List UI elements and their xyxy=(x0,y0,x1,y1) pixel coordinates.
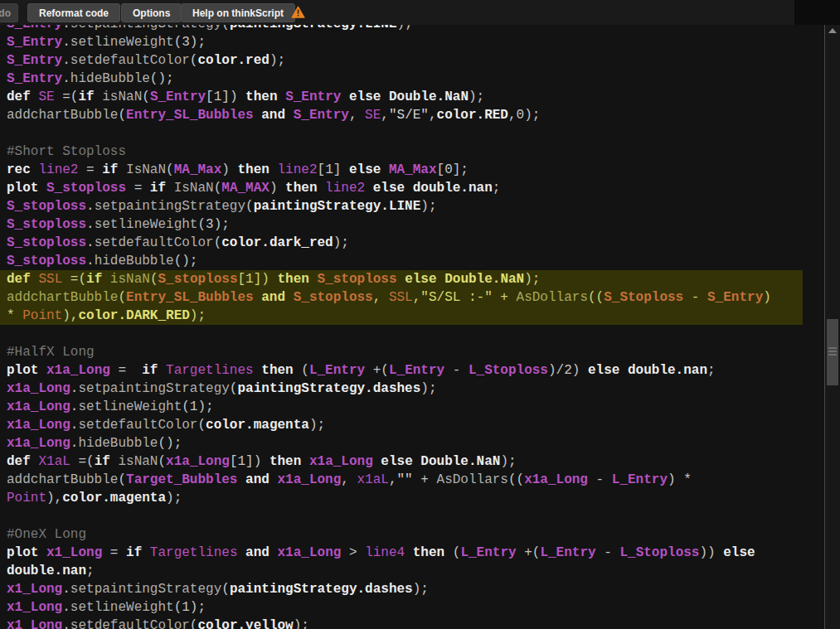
code-line-7 xyxy=(0,124,803,143)
code-line-29: #OneX Long xyxy=(0,525,803,544)
code-line-32: x1_Long.setpaintingStrategy(paintingStra… xyxy=(0,580,803,598)
code-line-9: rec line2 = if IsNaN(MA_Max) then line2[… xyxy=(0,161,803,179)
code-line-24: x1a_Long.hideBubble(); xyxy=(0,434,803,452)
code-line-16: addchartBubble(Entry_SL_Bubbles and S_st… xyxy=(0,288,803,307)
code-line-28 xyxy=(0,507,803,525)
code-line-31: double.nan; xyxy=(0,562,803,580)
thinkscript-editor[interactable]: S_Entry.setpaintingStrategy(paintingStra… xyxy=(0,25,825,629)
code-line-10: plot S_stoploss = if IsNaN(MA_MAX) then … xyxy=(0,179,803,197)
code-line-4: S_Entry.hideBubble(); xyxy=(0,70,803,88)
code-line-20: plot x1a_Long = if Targetlines then (L_E… xyxy=(0,361,803,380)
code-line-27: Point),color.magenta); xyxy=(0,489,803,507)
code-line-26: addchartBubble(Target_Bubbles and x1a_Lo… xyxy=(0,471,803,489)
scrollbar-grip-icon xyxy=(828,351,837,352)
code-line-30: plot x1_Long = if Targetlines and x1a_Lo… xyxy=(0,544,803,562)
code-line-12: S_stoploss.setlineWeight(3); xyxy=(0,215,803,234)
code-line-17: * Point),color.DARK_RED); xyxy=(0,307,803,325)
code-line-13: S_stoploss.setdefaultColor(color.dark_re… xyxy=(0,234,803,252)
reformat-code-button[interactable]: Reformat code xyxy=(27,3,120,22)
vertical-scrollbar[interactable] xyxy=(825,25,840,629)
code-line-23: x1a_Long.setdefaultColor(color.magenta); xyxy=(0,416,803,434)
code-line-2: S_Entry.setlineWeight(3); xyxy=(0,33,803,51)
code-line-1: S_Entry.setpaintingStrategy(paintingStra… xyxy=(0,25,803,33)
warning-triangle-icon[interactable] xyxy=(291,6,305,18)
scrollbar-thumb[interactable] xyxy=(827,319,838,385)
scrollbar-up-arrow-icon[interactable] xyxy=(828,28,837,33)
code-line-25: def X1aL =(if isNaN(x1a_Long[1]) then x1… xyxy=(0,452,803,471)
code-line-15: def SSL =(if isNaN(S_stoploss[1]) then S… xyxy=(0,270,803,288)
toolbar: do Reformat code Options Help on thinkSc… xyxy=(0,0,840,25)
code-line-14: S_stoploss.hideBubble(); xyxy=(0,252,803,270)
code-line-6: addchartBubble(Entry_SL_Bubbles and S_En… xyxy=(0,106,803,124)
code-line-21: x1a_Long.setpaintingStrategy(paintingStr… xyxy=(0,380,803,398)
scrollbar-grip-icon xyxy=(828,347,837,349)
code-area: S_Entry.setpaintingStrategy(paintingStra… xyxy=(0,25,824,629)
code-line-33: x1_Long.setlineWeight(1); xyxy=(0,598,803,617)
toolbar-dark-corner xyxy=(794,0,840,25)
code-line-3: S_Entry.setdefaultColor(color.red); xyxy=(0,51,803,70)
scrollbar-grip-icon xyxy=(828,354,837,356)
code-line-22: x1a_Long.setlineWeight(1); xyxy=(0,398,803,416)
help-on-thinkscript-button[interactable]: Help on thinkScript xyxy=(181,3,295,22)
code-line-19: #HalfX Long xyxy=(0,343,803,361)
code-line-5: def SE =(if isNaN(S_Entry[1]) then S_Ent… xyxy=(0,88,803,106)
redo-button-partial[interactable]: do xyxy=(0,3,18,22)
options-button[interactable]: Options xyxy=(121,3,182,22)
code-line-18 xyxy=(0,325,803,343)
code-line-8: #Short Stoploss xyxy=(0,143,803,161)
code-line-11: S_stoploss.setpaintingStrategy(paintingS… xyxy=(0,197,803,215)
code-line-34: x1_Long.setdefaultColor(color.yellow); xyxy=(0,617,803,629)
